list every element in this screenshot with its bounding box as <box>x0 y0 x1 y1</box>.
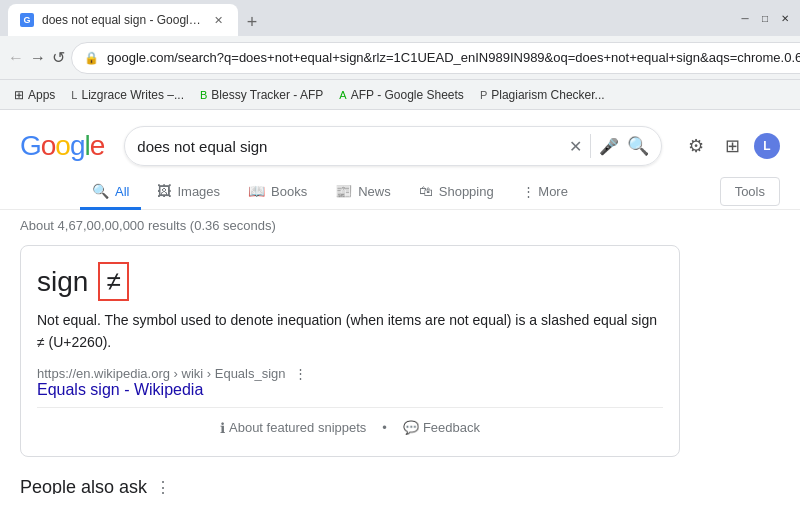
snippet-description: Not equal. The symbol used to denote ine… <box>37 309 663 354</box>
not-equal-symbol: ≠ <box>98 262 128 301</box>
snippet-wikipedia-link[interactable]: Equals sign - Wikipedia <box>37 381 203 398</box>
google-logo[interactable]: Google <box>20 130 104 162</box>
tab-all-label: All <box>115 184 129 199</box>
google-header: Google does not equal sign ✕ 🎤 🔍 ⚙ ⊞ L <box>0 110 800 166</box>
news-tab-icon: 📰 <box>335 183 352 199</box>
search-submit-icon[interactable]: 🔍 <box>627 135 649 157</box>
paa-header: People also ask ⋮ <box>20 477 640 494</box>
bookmark-label: Lizgrace Writes –... <box>81 88 183 102</box>
tab-news-label: News <box>358 184 391 199</box>
google-settings-icon[interactable]: ⚙ <box>682 132 710 160</box>
clear-search-button[interactable]: ✕ <box>569 137 582 156</box>
paa-title: People also ask <box>20 477 147 494</box>
active-tab[interactable]: G does not equal sign - Google S... ✕ <box>8 4 238 36</box>
tools-button[interactable]: Tools <box>720 177 780 206</box>
bookmark-apps[interactable]: ⊞ Apps <box>8 86 61 104</box>
bookmark-label: Blessy Tracker - AFP <box>211 88 323 102</box>
search-box-container: does not equal sign ✕ 🎤 🔍 <box>124 126 662 166</box>
page-content: Google does not equal sign ✕ 🎤 🔍 ⚙ ⊞ L 🔍… <box>0 110 800 494</box>
about-featured-snippets-link[interactable]: ℹ About featured snippets <box>220 420 366 436</box>
bookmark-lizgrace[interactable]: L Lizgrace Writes –... <box>65 86 190 104</box>
blessy-favicon: B <box>200 89 207 101</box>
footer-dot: • <box>382 420 387 435</box>
source-more-icon[interactable]: ⋮ <box>294 366 307 381</box>
results-info: About 4,67,00,00,000 results (0.36 secon… <box>0 210 800 237</box>
tab-all[interactable]: 🔍 All <box>80 175 141 210</box>
shopping-tab-icon: 🛍 <box>419 183 433 199</box>
plagiarism-favicon: P <box>480 89 487 101</box>
snippet-separator <box>37 407 663 408</box>
more-tab-label: ⋮ More <box>522 184 568 199</box>
bookmark-plagiarism[interactable]: P Plagiarism Checker... <box>474 86 611 104</box>
snippet-title-text: sign <box>37 266 88 298</box>
tab-more[interactable]: ⋮ More <box>510 176 580 210</box>
search-divider <box>590 134 591 158</box>
snippet-title: sign ≠ <box>37 262 663 301</box>
search-tabs: 🔍 All 🖼 Images 📖 Books 📰 News 🛍 Shopping… <box>0 166 800 210</box>
tab-favicon: G <box>20 13 34 27</box>
bookmarks-bar: ⊞ Apps L Lizgrace Writes –... B Blessy T… <box>0 80 800 110</box>
window-controls: ─ □ ✕ <box>738 11 792 25</box>
snippet-source-url: https://en.wikipedia.org › wiki › Equals… <box>37 366 663 381</box>
reload-button[interactable]: ↺ <box>52 44 65 72</box>
logo-o2: o <box>55 130 70 161</box>
featured-snippet: sign ≠ Not equal. The symbol used to den… <box>20 245 680 457</box>
forward-button[interactable]: → <box>30 44 46 72</box>
browser-toolbar: ← → ↺ 🔒 google.com/search?q=does+not+equ… <box>0 36 800 80</box>
bookmark-afp-sheets[interactable]: A AFP - Google Sheets <box>333 86 470 104</box>
images-tab-icon: 🖼 <box>157 183 171 199</box>
chrome-titlebar: G does not equal sign - Google S... ✕ + … <box>0 0 800 36</box>
search-input[interactable]: does not equal sign <box>137 138 561 155</box>
maximize-button[interactable]: □ <box>758 11 772 25</box>
paa-menu-icon[interactable]: ⋮ <box>155 478 171 494</box>
people-also-ask-section: People also ask ⋮ What is the ≠ sign? ⌄ … <box>0 465 660 494</box>
tab-shopping[interactable]: 🛍 Shopping <box>407 175 506 210</box>
google-profile-button[interactable]: L <box>754 133 780 159</box>
google-apps-icon[interactable]: ⊞ <box>718 132 746 160</box>
tab-books-label: Books <box>271 184 307 199</box>
source-url-text: https://en.wikipedia.org › wiki › Equals… <box>37 366 286 381</box>
lock-icon: 🔒 <box>84 51 99 65</box>
books-tab-icon: 📖 <box>248 183 265 199</box>
sheets-favicon: A <box>339 89 346 101</box>
search-box[interactable]: does not equal sign ✕ 🎤 🔍 <box>124 126 662 166</box>
header-icons: ⚙ ⊞ L <box>682 132 780 160</box>
tab-images-label: Images <box>177 184 220 199</box>
tab-shopping-label: Shopping <box>439 184 494 199</box>
bookmark-blessy[interactable]: B Blessy Tracker - AFP <box>194 86 329 104</box>
snippet-source-area: https://en.wikipedia.org › wiki › Equals… <box>37 366 663 399</box>
logo-g2: g <box>70 130 85 161</box>
tab-title: does not equal sign - Google S... <box>42 13 202 27</box>
new-tab-button[interactable]: + <box>238 8 266 36</box>
bookmark-label: Plagiarism Checker... <box>491 88 604 102</box>
tab-close-button[interactable]: ✕ <box>210 12 226 28</box>
apps-icon: ⊞ <box>14 88 24 102</box>
tab-news[interactable]: 📰 News <box>323 175 403 210</box>
tab-images[interactable]: 🖼 Images <box>145 175 232 210</box>
apps-label: Apps <box>28 88 55 102</box>
bookmark-label: AFP - Google Sheets <box>351 88 464 102</box>
all-tab-icon: 🔍 <box>92 183 109 199</box>
back-button[interactable]: ← <box>8 44 24 72</box>
voice-search-icon[interactable]: 🎤 <box>599 137 619 156</box>
logo-o1: o <box>41 130 56 161</box>
close-button[interactable]: ✕ <box>778 11 792 25</box>
feedback-link[interactable]: 💬 Feedback <box>403 420 480 435</box>
snippet-footer: ℹ About featured snippets • 💬 Feedback <box>37 416 663 440</box>
minimize-button[interactable]: ─ <box>738 11 752 25</box>
logo-e: e <box>90 130 105 161</box>
logo-g1: G <box>20 130 41 161</box>
address-text: google.com/search?q=does+not+equal+sign&… <box>107 50 800 65</box>
address-bar[interactable]: 🔒 google.com/search?q=does+not+equal+sig… <box>71 42 800 74</box>
tab-books[interactable]: 📖 Books <box>236 175 319 210</box>
lizgrace-favicon: L <box>71 89 77 101</box>
tab-bar: G does not equal sign - Google S... ✕ + <box>8 0 730 36</box>
